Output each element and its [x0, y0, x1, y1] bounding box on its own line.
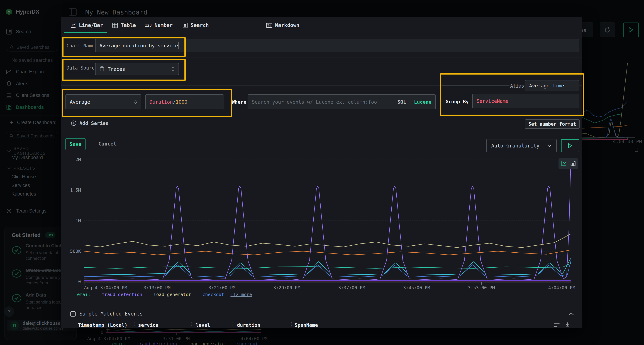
- plus-circle-icon: [71, 120, 76, 126]
- aggregation-select[interactable]: Average: [66, 94, 141, 109]
- column-separator[interactable]: [134, 322, 134, 327]
- line-chart-toggle-icon[interactable]: [561, 161, 567, 166]
- x-axis-tick: 3:21:00 PM: [208, 285, 236, 290]
- text-cursor: [178, 42, 179, 49]
- tab-search[interactable]: Search: [182, 22, 209, 28]
- legend-item-email[interactable]: —email: [72, 292, 90, 297]
- alias-connector-line: [442, 85, 509, 86]
- x-axis-tick: 3:53:00 PM: [468, 285, 495, 290]
- chart-name-input[interactable]: Average duration by service: [95, 39, 579, 52]
- where-search-input[interactable]: Search your events w/ Lucene ex. column:…: [248, 94, 436, 109]
- tab-markdown[interactable]: Markdown: [266, 22, 299, 28]
- alias-input[interactable]: Average Time: [525, 80, 579, 91]
- column-header-spanname[interactable]: SpanName: [295, 322, 318, 328]
- y-axis-tick: 1.5M: [61, 188, 81, 193]
- tab-label: Search: [191, 22, 209, 28]
- lucene-toggle[interactable]: Lucene: [414, 99, 432, 105]
- y-axis-tick: 1M: [61, 218, 81, 223]
- y-axis-tick: 500K: [61, 249, 81, 254]
- save-button[interactable]: Save: [66, 138, 86, 150]
- expression-field: Duration: [150, 99, 173, 105]
- section-divider: [61, 306, 582, 306]
- y-axis-tick: 2M: [61, 157, 81, 162]
- legend-label: email: [77, 292, 90, 297]
- chart-type-toggle: [558, 158, 578, 169]
- column-header-level[interactable]: level: [196, 322, 210, 328]
- chart-name-label: Chart Name: [66, 43, 95, 48]
- where-label: Where: [232, 99, 246, 105]
- column-separator[interactable]: [291, 322, 292, 327]
- y-axis-tick: 0: [61, 279, 81, 284]
- tabs-divider: [61, 33, 582, 33]
- column-header-duration[interactable]: duration: [237, 322, 260, 328]
- edit-chart-modal: Line/Bar Table 123 Number Search Markdow…: [61, 17, 582, 328]
- x-axis-tick: 3:13:00 PM: [144, 285, 171, 290]
- screen: HyperDX Search Saved Searches No saved s…: [0, 0, 644, 345]
- legend-item-load-generator[interactable]: —load-generator: [149, 292, 191, 297]
- tab-label: Line/Bar: [79, 22, 103, 28]
- x-axis-tick: 4:04:00 PM: [548, 285, 575, 290]
- table-icon: [112, 22, 118, 28]
- legend-more-link[interactable]: +12 more: [230, 292, 252, 297]
- aggregation-value: Average: [70, 99, 90, 105]
- column-separator[interactable]: [192, 322, 192, 327]
- row-divider: [61, 57, 582, 58]
- data-source-value: Traces: [108, 66, 125, 72]
- tab-number[interactable]: 123 Number: [145, 22, 173, 28]
- chevron-down-icon: [547, 144, 552, 147]
- add-series-label: Add Series: [80, 120, 108, 126]
- database-icon: [100, 66, 104, 72]
- tab-label: Number: [154, 22, 173, 28]
- set-number-format-button[interactable]: Set number format: [525, 119, 580, 129]
- group-by-value: ServiceName: [476, 98, 508, 104]
- x-axis-tick: 3:45:00 PM: [403, 285, 430, 290]
- cancel-button[interactable]: Cancel: [98, 141, 116, 147]
- bar-chart-toggle-icon[interactable]: [570, 161, 576, 166]
- run-chart-button[interactable]: [561, 139, 579, 152]
- x-axis-tick: Aug 4 3:04:00 PM: [84, 285, 127, 290]
- where-placeholder: Search your events w/ Lucene ex. column:…: [252, 99, 377, 105]
- column-header-service[interactable]: service: [138, 322, 158, 328]
- chart-legend: —email —fraud-detection —load-generator …: [72, 292, 252, 297]
- play-icon: [568, 143, 572, 148]
- column-header-timestamp[interactable]: Timestamp (Local): [78, 322, 127, 328]
- line-chart-icon: [70, 22, 76, 28]
- tab-table[interactable]: Table: [112, 22, 136, 28]
- group-by-input[interactable]: ServiceName: [472, 94, 579, 108]
- expression-operator: /: [173, 99, 176, 105]
- granularity-select[interactable]: Auto Granularity: [486, 139, 557, 152]
- chart-name-value: Average duration by service: [100, 43, 178, 48]
- column-separator[interactable]: [232, 322, 233, 327]
- group-by-label: Group By: [446, 99, 469, 104]
- legend-item-checkout[interactable]: —checkout: [198, 292, 224, 297]
- main-chart: [84, 159, 571, 282]
- legend-item-fraud-detection[interactable]: —fraud-detection: [97, 292, 142, 297]
- expression-value: 1000: [176, 99, 187, 105]
- tab-label: Markdown: [275, 22, 299, 28]
- legend-swatch: —: [72, 292, 75, 297]
- sql-toggle[interactable]: SQL: [397, 99, 406, 105]
- alias-label: Alias: [510, 83, 524, 89]
- select-chevrons-icon: [172, 67, 174, 71]
- markdown-icon: [266, 23, 272, 28]
- expression-input[interactable]: Duration/1000: [145, 94, 224, 109]
- x-axis-tick: 3:29:00 PM: [273, 285, 300, 290]
- download-icon[interactable]: [565, 322, 570, 328]
- data-source-label: Data Source: [66, 65, 97, 71]
- select-chevrons-icon: [134, 100, 137, 104]
- search-list-icon: [182, 22, 188, 28]
- collapse-chevron-icon[interactable]: [568, 312, 574, 316]
- sample-events-header[interactable]: Sample Matched Events: [70, 311, 143, 317]
- table-menu-icon[interactable]: [554, 323, 560, 327]
- data-source-select[interactable]: Traces: [95, 63, 179, 75]
- x-axis-tick: 3:37:00 PM: [338, 285, 365, 290]
- sample-events-title: Sample Matched Events: [80, 311, 143, 317]
- granularity-value: Auto Granularity: [491, 143, 540, 149]
- active-tab-underline: [64, 32, 107, 33]
- tab-label: Table: [121, 22, 136, 28]
- alias-value: Average Time: [529, 83, 564, 88]
- number-123-icon: 123: [145, 23, 152, 27]
- add-series-button[interactable]: Add Series: [71, 120, 108, 126]
- tab-line-bar[interactable]: Line/Bar: [70, 22, 103, 28]
- list-box-icon: [70, 311, 76, 317]
